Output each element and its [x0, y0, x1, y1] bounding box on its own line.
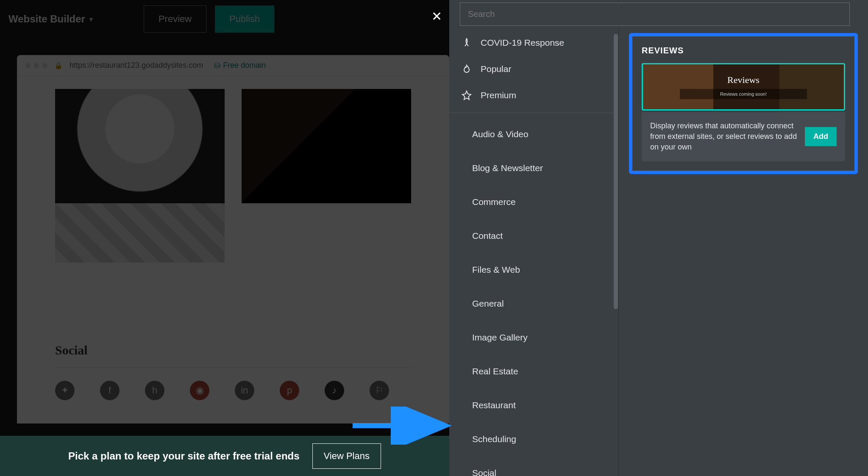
cat-social[interactable]: Social [449, 456, 618, 476]
pinterest-icon[interactable]: p [280, 381, 299, 400]
scrollbar-thumb[interactable] [614, 34, 618, 309]
cat-general[interactable]: General [449, 287, 618, 321]
gallery-image [55, 89, 225, 203]
view-plans-button[interactable]: View Plans [312, 443, 381, 469]
cat-commerce[interactable]: Commerce [449, 185, 618, 219]
free-domain-label: Free domain [223, 61, 266, 70]
cat-covid[interactable]: COVID-19 Response [449, 30, 618, 56]
flame-icon [461, 64, 472, 75]
tiktok-icon[interactable]: ♪ [325, 381, 344, 400]
site-preview-canvas: 🔒 https://restaurant123.godaddysites.com… [17, 55, 449, 423]
preview-subtext: Reviews coming soon! [720, 91, 767, 97]
cat-restaurant[interactable]: Restaurant [449, 388, 618, 422]
ribbon-icon [461, 37, 472, 48]
cat-blog-newsletter[interactable]: Blog & Newsletter [449, 151, 618, 185]
gift-icon: ⛁ [214, 61, 220, 70]
brand-dropdown[interactable]: Website Builder ▾ [8, 13, 93, 25]
separator [449, 113, 618, 113]
publish-button[interactable]: Publish [215, 6, 274, 33]
detail-title: REVIEWS [642, 46, 845, 55]
lock-icon: 🔒 [54, 61, 63, 69]
instagram-icon[interactable]: ◉ [190, 381, 209, 400]
chevron-down-icon: ▾ [89, 15, 93, 23]
category-sidebar: COVID-19 Response Popular Premium Aud [449, 0, 619, 476]
cat-audio-video[interactable]: Audio & Video [449, 117, 618, 151]
brand-label: Website Builder [8, 13, 85, 25]
cat-popular[interactable]: Popular [449, 56, 618, 82]
gallery-image [242, 89, 411, 203]
cat-scheduling[interactable]: Scheduling [449, 422, 618, 456]
free-domain-link[interactable]: ⛁ Free domain [214, 61, 266, 70]
site-url: https://restaurant123.godaddysites.com [70, 61, 203, 70]
section-preview-thumbnail[interactable]: Reviews Reviews coming soon! [642, 63, 845, 111]
cat-files-web[interactable]: Files & Web [449, 253, 618, 287]
section-description: Display reviews that automatically conne… [650, 121, 805, 153]
houzz-icon[interactable]: h [145, 381, 164, 400]
social-heading: Social [55, 343, 411, 357]
window-dots [25, 63, 47, 68]
social-icons-row: ✦ f h ◉ in p ♪ ⚐ [55, 381, 411, 400]
cat-label: Popular [481, 64, 511, 74]
cat-premium[interactable]: Premium [449, 82, 618, 108]
star-icon [461, 90, 472, 101]
highlighted-reviews-card: REVIEWS Reviews Reviews coming soon! Dis… [629, 33, 858, 174]
cat-label: COVID-19 Response [481, 38, 564, 48]
add-section-panel: COVID-19 Response Popular Premium Aud [449, 0, 868, 476]
trial-text: Pick a plan to keep your site after free… [68, 450, 300, 462]
facebook-icon[interactable]: f [100, 381, 120, 400]
discord-icon[interactable]: ✦ [55, 381, 75, 400]
cat-contact[interactable]: Contact [449, 219, 618, 253]
trial-banner: Pick a plan to keep your site after free… [0, 436, 449, 476]
cat-image-gallery[interactable]: Image Gallery [449, 321, 618, 354]
close-icon[interactable]: ✕ [428, 8, 445, 25]
twitch-icon[interactable]: ⚐ [370, 381, 389, 400]
cat-real-estate[interactable]: Real Estate [449, 354, 618, 388]
preview-heading: Reviews [727, 75, 760, 86]
preview-button[interactable]: Preview [144, 6, 206, 33]
linkedin-icon[interactable]: in [235, 381, 254, 400]
search-input[interactable] [460, 3, 850, 26]
cat-label: Premium [481, 90, 516, 100]
gallery-image [55, 203, 225, 263]
url-bar: 🔒 https://restaurant123.godaddysites.com… [17, 55, 449, 76]
divider [55, 368, 411, 368]
add-button[interactable]: Add [805, 127, 837, 146]
section-detail: REVIEWS Reviews Reviews coming soon! Dis… [619, 0, 868, 476]
